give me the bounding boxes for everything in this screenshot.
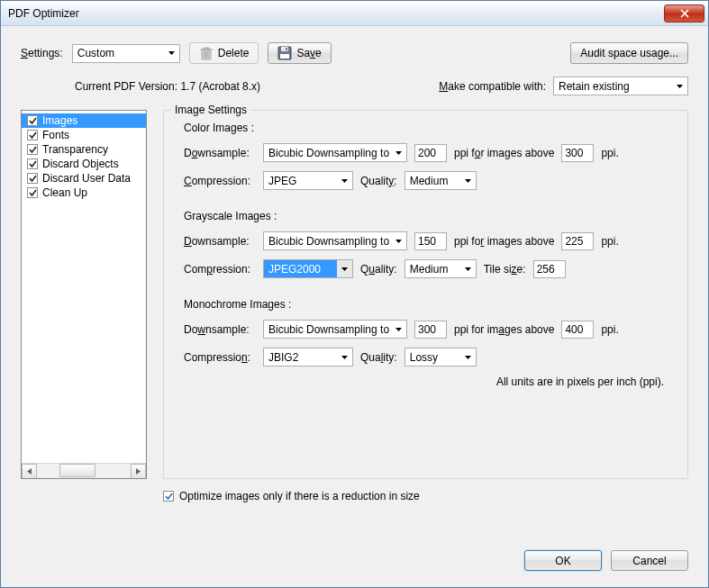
chevron-down-icon xyxy=(337,260,352,277)
audit-space-button[interactable]: Audit space usage... xyxy=(570,42,688,64)
pdf-optimizer-dialog: PDF Optimizer Settings: Custom Delete Sa… xyxy=(0,0,709,588)
checkbox[interactable] xyxy=(27,173,38,184)
sidebar-item-label: Images xyxy=(42,114,77,127)
image-settings-panel: Image Settings Color Images : Downsample… xyxy=(163,110,688,479)
mono-quality-combo[interactable]: Lossy xyxy=(404,348,477,366)
window-title: PDF Optimizer xyxy=(8,7,79,20)
delete-button: Delete xyxy=(189,42,259,64)
section-title: Grayscale Images : xyxy=(180,210,671,222)
svg-rect-3 xyxy=(280,54,289,59)
color-compression-combo[interactable]: JPEG xyxy=(263,171,353,190)
downsample-label: Downsample: xyxy=(184,323,256,336)
settings-combo[interactable]: Custom xyxy=(72,44,180,63)
sidebar-item-transparency[interactable]: Transparency xyxy=(22,142,146,157)
gray-compression-combo[interactable]: JPEG2000 xyxy=(263,259,353,278)
section-title: Monochrome Images : xyxy=(180,298,671,311)
downsample-label: Downsample: xyxy=(184,147,256,159)
monochrome-images-section: Monochrome Images : Downsample: Bicubic … xyxy=(180,298,671,366)
gray-tilesize-input[interactable] xyxy=(533,260,566,278)
ppi-above-label: ppi for images above xyxy=(454,235,554,248)
checkbox[interactable] xyxy=(27,158,38,169)
ppi-suffix: ppi. xyxy=(601,323,618,336)
mono-compression-combo[interactable]: JBIG2 xyxy=(263,348,353,366)
gray-ppi-input[interactable] xyxy=(414,232,447,250)
scroll-right-button[interactable] xyxy=(131,464,146,479)
units-note: All units are in pixels per inch (ppi). xyxy=(180,375,671,388)
section-title: Color Images : xyxy=(180,122,671,134)
settings-label: Settings: xyxy=(21,47,63,59)
compression-label: Compression: xyxy=(184,351,256,364)
scroll-left-button[interactable] xyxy=(22,464,37,479)
pdf-version-label: Current PDF Version: 1.7 (Acrobat 8.x) xyxy=(75,80,260,93)
chevron-down-icon xyxy=(460,172,476,189)
color-ppi-above-input[interactable] xyxy=(561,144,594,162)
compat-label: Make compatible with: xyxy=(439,80,546,93)
svg-rect-2 xyxy=(286,48,287,50)
ppi-above-label: ppi for images above xyxy=(454,147,554,159)
sidebar-item-label: Discard User Data xyxy=(42,172,131,185)
trash-icon xyxy=(199,46,214,60)
chevron-down-icon xyxy=(391,321,406,338)
checkbox[interactable] xyxy=(27,130,38,140)
sidebar-item-label: Clean Up xyxy=(42,186,87,199)
ppi-above-label: ppi for images above xyxy=(454,323,554,336)
checkbox[interactable] xyxy=(27,115,38,126)
chevron-down-icon xyxy=(672,77,687,95)
chevron-down-icon xyxy=(460,260,476,277)
sidebar-item-clean-up[interactable]: Clean Up xyxy=(22,185,146,200)
compat-value: Retain existing xyxy=(559,80,672,93)
save-button[interactable]: Save xyxy=(268,42,331,64)
mono-downsample-combo[interactable]: Bicubic Downsampling to xyxy=(263,320,407,339)
close-button[interactable] xyxy=(664,5,704,23)
sidebar-item-label: Discard Objects xyxy=(42,158,119,170)
grayscale-images-section: Grayscale Images : Downsample: Bicubic D… xyxy=(180,210,671,278)
settings-value: Custom xyxy=(77,47,164,59)
ppi-suffix: ppi. xyxy=(601,235,618,248)
save-label: Save xyxy=(296,47,321,59)
category-list[interactable]: Images Fonts Transparency Discard Object… xyxy=(21,110,147,479)
gray-quality-combo[interactable]: Medium xyxy=(404,259,477,278)
color-ppi-input[interactable] xyxy=(414,144,447,162)
chevron-down-icon xyxy=(337,348,352,366)
mono-ppi-above-input[interactable] xyxy=(561,321,594,339)
sidebar-item-fonts[interactable]: Fonts xyxy=(22,128,146,142)
sidebar-item-discard-objects[interactable]: Discard Objects xyxy=(22,157,146,171)
optimize-only-checkbox[interactable] xyxy=(163,491,174,502)
close-icon xyxy=(680,9,689,18)
panel-legend: Image Settings xyxy=(171,104,250,116)
color-downsample-combo[interactable]: Bicubic Downsampling to xyxy=(263,143,407,162)
compression-label: Compression: xyxy=(184,263,256,276)
chevron-down-icon xyxy=(460,348,476,366)
scroll-thumb[interactable] xyxy=(59,464,95,477)
gray-ppi-above-input[interactable] xyxy=(561,232,594,250)
mono-ppi-input[interactable] xyxy=(414,321,447,339)
sidebar-item-discard-user-data[interactable]: Discard User Data xyxy=(22,171,146,185)
checkbox[interactable] xyxy=(27,144,38,155)
chevron-down-icon xyxy=(391,232,406,249)
ok-button[interactable]: OK xyxy=(524,550,602,571)
cancel-button[interactable]: Cancel xyxy=(611,550,688,571)
quality-label: Quality: xyxy=(360,175,397,187)
compat-combo[interactable]: Retain existing xyxy=(553,77,688,95)
color-images-section: Color Images : Downsample: Bicubic Downs… xyxy=(180,122,671,190)
chevron-down-icon xyxy=(164,45,179,62)
save-icon xyxy=(277,46,292,60)
checkbox[interactable] xyxy=(27,187,38,198)
sidebar-item-label: Transparency xyxy=(42,143,108,156)
ppi-suffix: ppi. xyxy=(601,147,618,159)
titlebar: PDF Optimizer xyxy=(1,1,708,26)
sidebar-item-label: Fonts xyxy=(42,129,69,141)
horizontal-scrollbar[interactable] xyxy=(22,463,146,478)
quality-label: Quality: xyxy=(360,351,397,364)
sidebar-item-images[interactable]: Images xyxy=(22,113,146,128)
gray-downsample-combo[interactable]: Bicubic Downsampling to xyxy=(263,231,407,250)
quality-label: Quality: xyxy=(360,263,397,276)
scroll-track[interactable] xyxy=(37,464,131,478)
downsample-label: Downsample: xyxy=(184,235,256,248)
optimize-only-row: Optimize images only if there is a reduc… xyxy=(163,490,688,502)
chevron-down-icon xyxy=(337,172,352,189)
delete-label: Delete xyxy=(218,47,250,59)
tilesize-label: Tile size: xyxy=(484,263,526,276)
optimize-only-label: Optimize images only if there is a reduc… xyxy=(179,490,420,502)
color-quality-combo[interactable]: Medium xyxy=(404,171,477,190)
